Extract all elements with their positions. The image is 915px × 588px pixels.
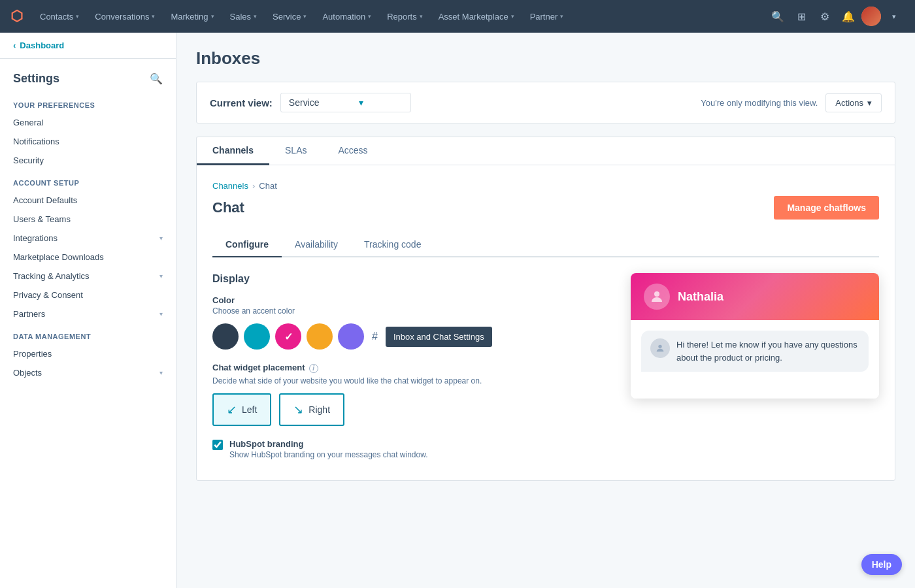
chat-preview-card: Nathalia Hi there! Let me kno — [631, 273, 879, 399]
sidebar-item-privacy-consent[interactable]: Privacy & Consent — [0, 286, 176, 304]
configure-left-col: Display Color Choose an accent color # — [212, 273, 611, 465]
tab-slas[interactable]: SLAs — [269, 137, 322, 165]
nav-sales[interactable]: Sales ▾ — [224, 9, 264, 24]
account-chevron-icon[interactable]: ▾ — [884, 6, 905, 27]
chevron-down-icon: ▾ — [159, 235, 163, 242]
hubspot-logo[interactable]: ⬡ — [10, 8, 23, 25]
sidebar-item-users-teams[interactable]: Users & Teams — [0, 210, 176, 229]
current-view-right: You're only modifying this view. Actions… — [701, 93, 882, 112]
chat-title: Chat — [212, 199, 244, 216]
sidebar-search-icon[interactable]: 🔍 — [150, 73, 163, 85]
nav-contacts[interactable]: Contacts ▾ — [33, 9, 86, 24]
breadcrumb-separator: › — [252, 181, 255, 191]
nav-service[interactable]: Service ▾ — [266, 9, 313, 24]
configure-two-col: Display Color Choose an accent color # — [212, 273, 879, 465]
notifications-icon-button[interactable]: 🔔 — [838, 6, 859, 27]
page-title: Inboxes — [196, 48, 895, 69]
preview-header: Nathalia — [631, 273, 879, 320]
nav-partner[interactable]: Partner ▾ — [524, 9, 571, 24]
main-layout: ‹ Dashboard Settings 🔍 Your Preferences … — [0, 33, 915, 588]
sidebar-item-partners[interactable]: Partners ▾ — [0, 304, 176, 323]
main-content: Inboxes Current view: Service ▾ You're o… — [176, 33, 915, 588]
nav-conversations[interactable]: Conversations ▾ — [88, 9, 161, 24]
hubspot-branding-sublabel: Show HubSpot branding on your messages c… — [229, 450, 428, 459]
back-to-dashboard[interactable]: ‹ Dashboard — [0, 33, 176, 59]
breadcrumb-current: Chat — [259, 181, 276, 191]
color-swatch-pink[interactable] — [275, 323, 301, 350]
svg-point-1 — [658, 345, 661, 348]
inbox-tabs: Channels SLAs Access — [196, 137, 895, 165]
breadcrumb-channels-link[interactable]: Channels — [212, 181, 248, 191]
tab-access[interactable]: Access — [322, 137, 383, 165]
user-avatar[interactable] — [861, 7, 881, 26]
settings-icon-button[interactable]: ⚙ — [814, 6, 835, 27]
modify-text: You're only modifying this view. — [701, 98, 818, 108]
chevron-down-icon: ▾ — [560, 13, 563, 20]
back-arrow-icon: ‹ — [13, 41, 16, 50]
sidebar-item-integrations[interactable]: Integrations ▾ — [0, 229, 176, 248]
chat-preview-col: Nathalia Hi there! Let me kno — [631, 273, 879, 465]
hubspot-branding-text: HubSpot branding Show HubSpot branding o… — [229, 439, 428, 459]
sidebar-section-data-management: Data Management — [0, 323, 176, 344]
display-section-title: Display — [212, 273, 611, 285]
nav-marketing[interactable]: Marketing ▾ — [164, 9, 220, 24]
chat-bubble-message: Hi there! Let me know if you have any qu… — [676, 338, 859, 364]
tab-channels[interactable]: Channels — [197, 137, 269, 165]
marketplace-icon-button[interactable]: ⊞ — [791, 6, 812, 27]
manage-chatflows-button[interactable]: Manage chatflows — [774, 196, 879, 220]
inner-tab-availability[interactable]: Availability — [282, 233, 351, 257]
svg-point-0 — [654, 291, 659, 297]
sidebar-item-properties[interactable]: Properties — [0, 344, 176, 363]
actions-button[interactable]: Actions ▾ — [825, 93, 882, 112]
sidebar-item-account-defaults[interactable]: Account Defaults — [0, 191, 176, 210]
sidebar-item-security[interactable]: Security — [0, 151, 176, 170]
inner-tab-configure[interactable]: Configure — [212, 233, 282, 257]
chevron-down-icon: ▾ — [152, 13, 155, 20]
placement-buttons: ↙ Left ↘ Right — [212, 393, 611, 426]
inbox-chat-settings-tooltip: Inbox and Chat Settings — [386, 327, 492, 347]
color-swatch-orange[interactable] — [307, 323, 333, 350]
sidebar-item-objects[interactable]: Objects ▾ — [0, 363, 176, 382]
preview-agent-avatar — [644, 284, 670, 310]
color-hash-symbol: # — [369, 331, 380, 342]
help-button[interactable]: Help — [861, 554, 902, 575]
sidebar-item-tracking-analytics[interactable]: Tracking & Analytics ▾ — [0, 267, 176, 286]
placement-left-button[interactable]: ↙ Left — [212, 393, 271, 426]
chevron-down-icon: ▾ — [511, 13, 514, 20]
current-view-bar: Current view: Service ▾ You're only modi… — [196, 82, 895, 123]
chat-section-header: Chat Manage chatflows — [212, 196, 879, 220]
hubspot-branding-checkbox[interactable] — [212, 440, 223, 450]
placement-left-icon: ↙ — [227, 402, 237, 417]
chevron-down-icon: ▾ — [254, 13, 257, 20]
color-swatch-purple[interactable] — [338, 323, 364, 350]
nav-reports[interactable]: Reports ▾ — [380, 9, 429, 24]
nav-automation[interactable]: Automation ▾ — [316, 9, 378, 24]
chevron-down-icon: ▾ — [76, 13, 79, 20]
hubspot-branding-label: HubSpot branding — [229, 439, 428, 449]
sidebar-title: Settings — [13, 72, 59, 86]
placement-info-icon[interactable]: i — [309, 364, 318, 373]
sidebar-item-marketplace-downloads[interactable]: Marketplace Downloads — [0, 248, 176, 267]
chevron-down-icon: ▾ — [211, 13, 214, 20]
sidebar-item-general[interactable]: General — [0, 113, 176, 132]
content-area: Channels › Chat Chat Manage chatflows Co… — [196, 165, 895, 481]
actions-chevron-icon: ▾ — [867, 98, 872, 108]
sidebar-item-notifications[interactable]: Notifications — [0, 132, 176, 151]
color-swatch-blue[interactable] — [212, 323, 239, 350]
settings-sidebar: ‹ Dashboard Settings 🔍 Your Preferences … — [0, 33, 176, 588]
search-icon-button[interactable]: 🔍 — [767, 6, 788, 27]
chevron-down-icon: ▾ — [159, 369, 163, 376]
color-swatch-teal[interactable] — [244, 323, 270, 350]
current-view-select[interactable]: Service ▾ — [280, 93, 411, 112]
chat-widget-placement-section: Chat widget placement i Decide what side… — [212, 363, 611, 426]
chevron-down-icon: ▾ — [159, 310, 163, 318]
avatar-image — [861, 7, 881, 26]
placement-field-sublabel: Decide what side of your website you wou… — [212, 376, 611, 385]
placement-right-button[interactable]: ↘ Right — [279, 393, 344, 426]
preview-agent-name: Nathalia — [678, 290, 724, 304]
chevron-down-icon: ▾ — [159, 272, 163, 280]
color-swatches: # Inbox and Chat Settings — [212, 323, 611, 350]
nav-asset-marketplace[interactable]: Asset Marketplace ▾ — [432, 9, 521, 24]
breadcrumb: Channels › Chat — [212, 181, 879, 191]
inner-tab-tracking-code[interactable]: Tracking code — [351, 233, 434, 257]
